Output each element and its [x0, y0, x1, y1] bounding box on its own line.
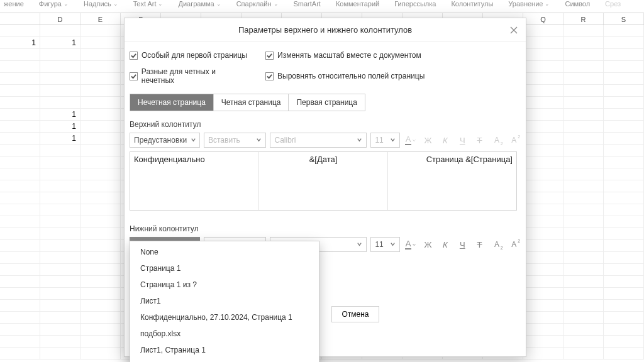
ribbon-item[interactable]: Text Art: [133, 0, 164, 8]
ribbon-item[interactable]: Комментарий: [336, 0, 379, 8]
ribbon-item[interactable]: Спарклайн: [236, 0, 279, 8]
tab-odd-page[interactable]: Нечетная страница: [130, 94, 214, 111]
page-type-tabs: Нечетная страница Четная страница Первая…: [130, 94, 365, 111]
superscript-icon[interactable]: A2: [508, 133, 521, 148]
preset-option[interactable]: подбор.xlsx: [130, 326, 319, 342]
checkbox-first-page[interactable]: Особый для первой страницы: [130, 51, 249, 60]
italic-icon[interactable]: К: [438, 133, 452, 148]
ribbon: жение Фигура Надпись Text Art Диаграмма …: [0, 0, 644, 13]
ribbon-item[interactable]: Надпись: [84, 0, 118, 8]
subscript-icon[interactable]: A2: [490, 133, 503, 148]
header-size-dropdown[interactable]: 11: [370, 133, 400, 148]
preset-option[interactable]: Лист1: [130, 293, 319, 309]
preset-option[interactable]: Лист1, Страница 1: [130, 342, 319, 358]
header-presets-dropdown[interactable]: Предустановки: [130, 133, 200, 148]
col-header[interactable]: E: [80, 13, 121, 25]
checkbox-odd-even[interactable]: Разные для четных и нечетных: [130, 67, 249, 85]
checkbox-align-margins[interactable]: Выровнять относительно полей страницы: [265, 67, 425, 85]
header-center-cell[interactable]: &[Дата]: [259, 152, 388, 210]
checkbox-scale-doc[interactable]: Изменять масштаб вместе с документом: [265, 51, 421, 60]
preset-option[interactable]: Конфиденциально, 27.10.2024, Страница 1: [130, 309, 319, 326]
header-font-dropdown[interactable]: Calibri: [270, 133, 367, 148]
ribbon-item[interactable]: Колонтитулы: [451, 0, 493, 8]
bold-icon[interactable]: Ж: [421, 237, 435, 252]
ribbon-item[interactable]: Срез: [605, 0, 621, 8]
ribbon-item[interactable]: Символ: [565, 0, 590, 8]
ribbon-item[interactable]: Диаграмма: [178, 0, 221, 8]
dialog-title: Параметры верхнего и нижнего колонтитуло…: [238, 25, 412, 35]
col-header[interactable]: [0, 13, 40, 25]
ribbon-item[interactable]: SmartArt: [294, 0, 321, 8]
col-header[interactable]: Q: [523, 13, 564, 25]
preset-option[interactable]: Страница 1: [130, 260, 319, 277]
ribbon-item[interactable]: Уравнение: [508, 0, 550, 8]
preset-option[interactable]: Страница 1 из ?: [130, 277, 319, 293]
col-header[interactable]: R: [564, 13, 604, 25]
header-content-grid[interactable]: Конфиденциально &[Дата] Страница &[Стран…: [130, 151, 517, 211]
header-section-label: Верхний колонтитул: [130, 120, 521, 129]
font-color-icon[interactable]: A: [404, 133, 417, 148]
underline-icon[interactable]: Ч: [456, 133, 469, 148]
ribbon-item[interactable]: Фигура: [39, 0, 69, 8]
col-header[interactable]: S: [604, 13, 644, 25]
superscript-icon[interactable]: A2: [508, 237, 521, 252]
checkbox-label: Изменять масштаб вместе с документом: [277, 51, 421, 60]
underline-icon[interactable]: Ч: [456, 237, 469, 252]
checkbox-label: Выровнять относительно полей страницы: [277, 72, 425, 80]
preset-option[interactable]: None: [130, 244, 319, 260]
presets-dropdown-list: None Страница 1 Страница 1 из ? Лист1 Ко…: [130, 241, 319, 362]
cancel-button[interactable]: Отмена: [331, 306, 379, 322]
close-icon[interactable]: [508, 25, 519, 36]
tab-even-page[interactable]: Четная страница: [214, 94, 289, 111]
col-header[interactable]: D: [40, 13, 80, 25]
font-color-icon[interactable]: A: [404, 237, 417, 252]
strike-icon[interactable]: Т: [473, 237, 486, 252]
header-left-cell[interactable]: Конфиденциально: [130, 152, 259, 210]
footer-size-dropdown[interactable]: 11: [370, 237, 400, 252]
subscript-icon[interactable]: A2: [490, 237, 503, 252]
header-toolbar: Предустановки Вставить Calibri 11 A Ж К …: [130, 133, 521, 148]
italic-icon[interactable]: К: [438, 237, 452, 252]
tab-first-page[interactable]: Первая страница: [289, 94, 364, 111]
strike-icon[interactable]: Т: [473, 133, 486, 148]
bold-icon[interactable]: Ж: [421, 133, 435, 148]
header-right-cell[interactable]: Страница &[Страница]: [388, 152, 516, 210]
ribbon-item[interactable]: жение: [4, 0, 24, 8]
header-insert-dropdown[interactable]: Вставить: [204, 133, 266, 148]
checkbox-label: Разные для четных и нечетных: [142, 67, 249, 85]
dialog-title-bar: Параметры верхнего и нижнего колонтитуло…: [125, 18, 526, 42]
checkbox-label: Особый для первой страницы: [142, 51, 247, 60]
ribbon-item[interactable]: Гиперссылка: [394, 0, 436, 8]
preset-option[interactable]: Лист1, Конфиденциально, Страница 1: [130, 358, 319, 362]
footer-section-label: Нижний колонтитул: [130, 224, 521, 233]
